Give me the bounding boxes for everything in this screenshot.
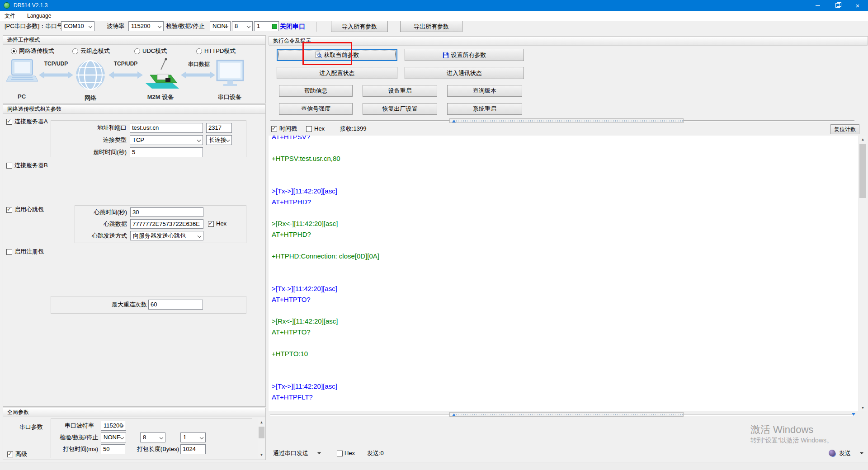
timestamp-label: 时间戳: [279, 124, 297, 134]
factory-reset-button[interactable]: 恢复出厂设置: [363, 103, 437, 115]
restore-button[interactable]: [827, 0, 848, 11]
heartbeat-data-input[interactable]: 7777772E7573722E636E: [130, 219, 203, 229]
pack-len-input[interactable]: 1024: [180, 444, 206, 454]
radio-httpd-mode[interactable]: [196, 48, 202, 54]
radio-udc-mode[interactable]: [134, 48, 140, 54]
baud-select[interactable]: 115200: [128, 21, 164, 31]
server-b-checkbox[interactable]: [6, 163, 12, 169]
send-button[interactable]: 发送: [839, 448, 851, 458]
global-stopbits-select[interactable]: 1: [180, 432, 206, 442]
menu-file[interactable]: 文件: [5, 12, 15, 20]
conn-mode-select[interactable]: 长连接: [206, 135, 232, 145]
m2m-device-icon: [146, 58, 179, 89]
log-line: +HTPSV:test.usr.cn,80: [272, 153, 858, 164]
log-line: >[Tx->][11:42:20][asc]: [272, 381, 858, 392]
timeout-label: 超时时间(秒): [54, 147, 127, 157]
server-a-checkbox[interactable]: [6, 119, 12, 125]
activate-windows-watermark-sub: 转到“设置”以激活 Windows。: [750, 437, 833, 445]
heartbeat-mode-select[interactable]: 向服务器发送心跳包: [130, 231, 203, 240]
log-line: AT+HTPFLT?: [272, 392, 858, 403]
databits-select[interactable]: 8: [232, 21, 253, 31]
chevron-down-icon: [89, 24, 92, 28]
conn-type-label: 连接类型: [54, 135, 127, 145]
chevron-down-icon: [160, 436, 163, 439]
global-databits-select[interactable]: 8: [140, 432, 165, 442]
recv-count: 接收:1399: [340, 124, 367, 134]
enter-config-state-button[interactable]: 进入配置状态: [277, 67, 397, 79]
chevron-down-icon[interactable]: [860, 452, 863, 454]
serial-params-label: 串口参数: [19, 422, 43, 432]
timestamp-checkbox[interactable]: [271, 126, 277, 132]
radio-cloud-mode[interactable]: [72, 48, 78, 54]
pack-time-input[interactable]: 50: [101, 444, 125, 454]
link-label-tcpudp-1: TCP/UDP: [44, 61, 68, 67]
send-via-serial-button[interactable]: 通过串口发送: [273, 448, 308, 458]
com-port-select[interactable]: COM10: [61, 21, 94, 31]
server-a-port-input[interactable]: 2317: [206, 123, 232, 133]
splitter-arrow-down-icon: [852, 413, 855, 416]
query-version-button[interactable]: 查询版本: [447, 85, 522, 97]
close-button[interactable]: ×: [847, 0, 868, 11]
log-line: AT+HTPHD?: [272, 229, 858, 240]
chevron-down-icon[interactable]: [317, 452, 321, 454]
scroll-thumb[interactable]: [259, 427, 264, 438]
heartbeat-checkbox[interactable]: [6, 207, 12, 213]
advanced-checkbox[interactable]: [7, 451, 13, 457]
scroll-thumb[interactable]: [859, 144, 866, 198]
set-all-params-button[interactable]: 设置所有参数: [405, 49, 524, 61]
register-checkbox[interactable]: [6, 249, 12, 255]
cmd-panel-header: 执行命令及提示: [269, 37, 868, 46]
reconnect-input[interactable]: 60: [148, 300, 203, 310]
log-line: [272, 175, 858, 186]
heartbeat-hex-checkbox[interactable]: [208, 221, 214, 227]
import-all-params-button[interactable]: 导入所有参数: [331, 21, 388, 32]
menu-language[interactable]: Language: [27, 13, 51, 19]
log-output[interactable]: AT+HTPSV? +HTPSV:test.usr.cn,80 >[Tx->][…: [269, 136, 858, 411]
timeout-input[interactable]: 5: [130, 147, 203, 157]
serial-device-icon: [217, 61, 243, 86]
global-scrollbar[interactable]: ▲ ▼: [258, 418, 265, 458]
server-a-address-input[interactable]: test.usr.cn: [130, 123, 203, 133]
log-line: AT+HTPTO?: [272, 294, 858, 305]
reset-counter-button[interactable]: 复位计数: [830, 124, 859, 134]
minimize-button[interactable]: [807, 0, 828, 11]
scroll-down-icon[interactable]: ▼: [859, 404, 867, 411]
heartbeat-label: 启用心跳包: [14, 205, 44, 215]
scroll-up-icon[interactable]: ▲: [258, 418, 265, 426]
log-line: [272, 370, 858, 381]
arrow-icon: [108, 71, 143, 79]
radio-net-transparent-mode[interactable]: [11, 48, 17, 54]
annotation-rectangle: [302, 42, 352, 65]
parity-select[interactable]: NONI: [210, 21, 231, 31]
global-baud-select[interactable]: 115200: [101, 421, 126, 431]
scroll-down-icon[interactable]: ▼: [258, 451, 265, 458]
log-hex-checkbox[interactable]: [306, 126, 312, 132]
heartbeat-hex-label: Hex: [216, 219, 226, 229]
heartbeat-data-label: 心跳数据: [77, 219, 127, 229]
log-top-splitter-thumb[interactable]: [449, 118, 684, 123]
heartbeat-mode-label: 心跳发送方式: [77, 231, 127, 241]
reconnect-label: 最大重连次数: [90, 300, 147, 310]
close-serial-button[interactable]: 关闭串口: [280, 21, 305, 31]
parity-data-stop-label: 检验/数据/停止: [166, 21, 204, 31]
log-scrollbar[interactable]: ▲ ▼: [859, 136, 867, 411]
addr-port-label: 地址和端口: [54, 123, 127, 133]
conn-type-select[interactable]: TCP: [130, 135, 203, 145]
scroll-up-icon[interactable]: ▲: [859, 136, 867, 143]
log-line: >[Tx->][11:42:20][asc]: [272, 283, 858, 294]
system-restart-button[interactable]: 系统重启: [447, 103, 522, 115]
enter-comm-state-button[interactable]: 进入通讯状态: [405, 67, 524, 79]
advanced-label: 高级: [15, 449, 27, 459]
send-hex-checkbox[interactable]: [337, 451, 343, 456]
device-restart-button[interactable]: 设备重启: [363, 85, 437, 97]
log-line: [272, 240, 858, 251]
help-info-button[interactable]: 帮助信息: [279, 85, 353, 97]
server-b-label: 连接服务器B: [14, 160, 48, 170]
app-icon: [4, 2, 10, 9]
heartbeat-time-input[interactable]: 30: [130, 207, 203, 217]
log-line: AT+HTPTO?: [272, 327, 858, 338]
log-bottom-splitter-thumb[interactable]: [449, 412, 684, 417]
query-signal-button[interactable]: 查信号强度: [279, 103, 353, 115]
export-all-params-button[interactable]: 导出所有参数: [400, 21, 462, 32]
global-parity-select[interactable]: NONE: [101, 432, 126, 442]
